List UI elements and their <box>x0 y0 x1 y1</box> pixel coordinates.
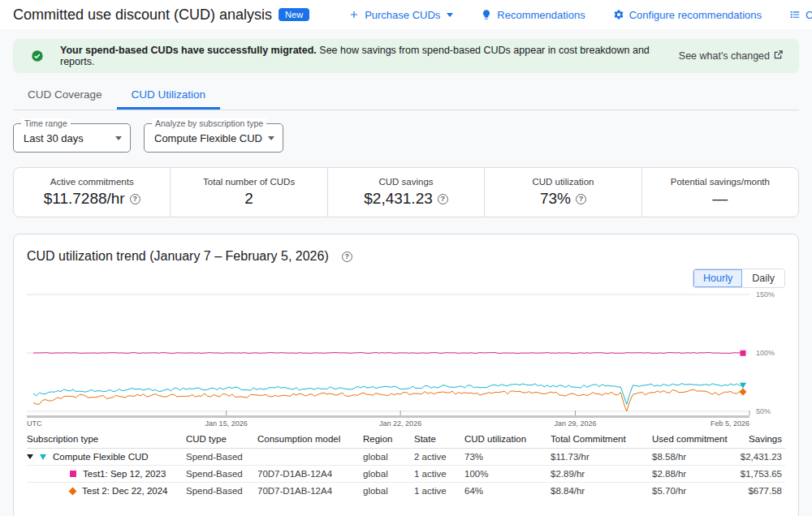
cud-list-button[interactable]: CUD list <box>789 9 812 21</box>
subscription-name: Test 2: Dec 22, 2024 <box>82 486 167 496</box>
chevron-down-icon <box>115 136 122 140</box>
stat-cud-utilization: CUD utilization 73%? <box>485 168 641 217</box>
stat-potential-savings: Potential savings/month — <box>642 168 798 217</box>
migration-banner: Your spend-based CUDs have successfully … <box>13 39 799 73</box>
series-square-marker <box>70 471 76 477</box>
filter-bar: Time range Last 30 days Analyze by subsc… <box>13 123 799 153</box>
stat-cud-savings: CUD savings $2,431.23? <box>328 168 485 217</box>
table-row[interactable]: Test1: Sep 12, 2023Spend-Based70D7-D1AB-… <box>27 466 785 483</box>
subscription-type-select[interactable]: Analyze by subscription type Compute Fle… <box>144 123 283 153</box>
gear-icon <box>613 9 624 20</box>
tab-cud-utilization[interactable]: CUD Utilization <box>117 81 221 110</box>
chart-title: CUD utilization trend (January 7 – Febru… <box>27 249 329 264</box>
subscription-name: Compute Flexible CUD <box>53 452 149 462</box>
new-badge: New <box>279 8 309 21</box>
expand-caret-icon[interactable] <box>27 454 33 459</box>
svg-text:Jan 15, 2026: Jan 15, 2026 <box>205 419 248 428</box>
purchase-cuds-button[interactable]: Purchase CUDs <box>348 9 453 21</box>
header-actions: Purchase CUDs Recommendations Configure … <box>348 9 812 21</box>
help-icon[interactable]: ? <box>130 194 140 204</box>
table-row[interactable]: Compute Flexible CUDSpend-Basedglobal2 a… <box>27 449 785 466</box>
help-icon[interactable]: ? <box>576 194 586 204</box>
toggle-hourly[interactable]: Hourly <box>693 269 742 287</box>
check-circle-icon <box>31 49 44 62</box>
tab-bar: CUD Coverage CUD Utilization <box>13 81 799 110</box>
utilization-trend-card: CUD utilization trend (January 7 – Febru… <box>13 234 799 516</box>
cud-table: Subscription type CUD type Consumption m… <box>27 431 785 499</box>
subscription-name: Test1: Sep 12, 2023 <box>83 469 166 479</box>
chevron-down-icon <box>447 13 453 17</box>
app-header: Committed use discount (CUD) analysis Ne… <box>0 0 812 29</box>
help-icon[interactable]: ? <box>342 252 352 262</box>
svg-text:Jan 29, 2026: Jan 29, 2026 <box>554 419 596 428</box>
table-header-row: Subscription type CUD type Consumption m… <box>27 431 785 449</box>
tab-cud-coverage[interactable]: CUD Coverage <box>13 81 117 110</box>
svg-text:150%: 150% <box>756 290 775 299</box>
series-triangle-marker <box>40 454 46 460</box>
configure-recommendations-button[interactable]: Configure recommendations <box>613 9 762 21</box>
svg-text:UTC: UTC <box>27 419 42 428</box>
time-range-select[interactable]: Time range Last 30 days <box>13 123 131 153</box>
recommendations-button[interactable]: Recommendations <box>481 9 585 21</box>
svg-text:100%: 100% <box>756 349 775 357</box>
granularity-toggle: Hourly Daily <box>693 269 785 288</box>
page-body: Your spend-based CUDs have successfully … <box>0 29 812 516</box>
see-whats-changed-link[interactable]: See what's changed <box>679 50 783 62</box>
table-row[interactable]: Test 2: Dec 22, 2024Spend-Based70D7-D1AB… <box>27 483 785 500</box>
svg-text:Jan 22, 2026: Jan 22, 2026 <box>379 419 421 428</box>
stat-active-commitments: Active commitments $11.7288/hr? <box>14 168 171 217</box>
help-icon[interactable]: ? <box>438 194 448 204</box>
page-title: Committed use discount (CUD) analysis <box>13 6 272 24</box>
stat-total-cuds: Total number of CUDs 2 <box>171 168 327 217</box>
svg-text:Feb 5, 2026: Feb 5, 2026 <box>710 419 749 428</box>
plus-icon <box>348 9 360 20</box>
list-icon <box>789 9 801 20</box>
lightbulb-icon <box>481 9 492 20</box>
banner-message: Your spend-based CUDs have successfully … <box>60 45 679 67</box>
external-link-icon <box>774 50 783 62</box>
svg-text:50%: 50% <box>756 407 771 415</box>
chevron-down-icon <box>268 136 274 140</box>
series-diamond-marker <box>69 487 77 495</box>
summary-stats-card: Active commitments $11.7288/hr? Total nu… <box>13 167 799 217</box>
toggle-daily[interactable]: Daily <box>742 269 784 287</box>
utilization-chart[interactable]: 150%100%50%Jan 15, 2026Jan 22, 2026Jan 2… <box>27 290 785 429</box>
